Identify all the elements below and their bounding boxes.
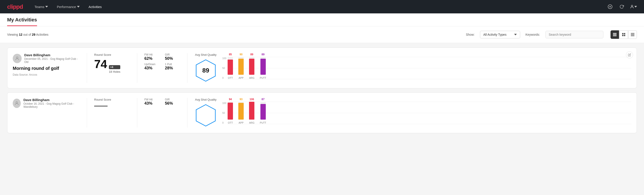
svg-point-15 xyxy=(16,57,18,58)
round-score-label: Round Score xyxy=(94,53,130,56)
svg-rect-14 xyxy=(631,36,634,36)
svg-rect-12 xyxy=(631,34,634,34)
gir-stat: GIR 56% xyxy=(165,98,180,106)
add-icon[interactable] xyxy=(606,3,614,10)
list-view-button[interactable] xyxy=(610,30,619,39)
bar-putt: 87 PUTT xyxy=(260,98,266,124)
hexagon-score: 89 xyxy=(202,67,209,74)
bar-chart: 100 50 0 94 OT xyxy=(222,102,631,124)
fw-hit-stat: FW Hit 43% xyxy=(144,98,160,106)
svg-rect-4 xyxy=(613,33,616,34)
quality-section: Avg Shot Quality 100 50 0 xyxy=(194,98,631,128)
bar-arg: 89 ARG xyxy=(249,53,254,79)
svg-rect-13 xyxy=(631,35,634,35)
user-date: December 05, 2021 - Gog Magog Golf Club … xyxy=(24,57,80,64)
activity-title: Morning round of golf xyxy=(13,66,80,71)
user-name: Dave Billingham xyxy=(24,53,80,57)
divider xyxy=(137,53,137,83)
round-score-section: Round Score 74 +4 18 Holes xyxy=(94,53,130,83)
bar-chart: 100 50 0 85 xyxy=(222,57,631,79)
score-holes: 18 Holes xyxy=(109,70,120,74)
updown-stat: Up/Down 43% xyxy=(144,63,160,70)
gir-stat: GIR 50% xyxy=(165,53,180,61)
divider xyxy=(137,98,137,128)
page-header: My Activities xyxy=(0,14,644,26)
navbar: clippd Teams Performance Activities xyxy=(0,0,644,14)
stats-section: FW Hit 62% GIR 50% Up/Down 43% 1 Putt 28… xyxy=(144,53,180,83)
nav-performance[interactable]: Performance xyxy=(56,3,80,10)
activity-card: Dave Billingham October 16, 2021 - Gog M… xyxy=(7,92,637,133)
svg-rect-10 xyxy=(624,35,625,36)
page-title: My Activities xyxy=(7,17,37,26)
svg-marker-18 xyxy=(196,105,215,126)
svg-rect-9 xyxy=(622,35,624,36)
bar-putt: 89 PUTT xyxy=(260,53,266,79)
user-avatar-icon[interactable] xyxy=(630,3,637,10)
round-score-section: Round Score xyxy=(94,98,130,128)
card-info: Dave Billingham December 05, 2021 - Gog … xyxy=(13,53,80,83)
svg-rect-7 xyxy=(622,33,624,34)
nav-teams[interactable]: Teams xyxy=(34,3,49,10)
user-date: October 16, 2021 - Gog Magog Golf Club -… xyxy=(24,102,80,108)
keywords-label: Keywords: xyxy=(526,33,540,36)
round-score-label: Round Score xyxy=(94,98,130,101)
svg-point-3 xyxy=(631,5,633,7)
fw-hit-stat: FW Hit 62% xyxy=(144,53,160,61)
view-toggle xyxy=(610,30,637,39)
nav-activities[interactable]: Activities xyxy=(88,3,103,10)
score-main: 74 +4 18 Holes xyxy=(94,58,130,74)
avg-shot-label: Avg Shot Quality xyxy=(195,98,217,101)
data-source: Data Source: Arccos xyxy=(13,73,80,76)
compact-view-button[interactable] xyxy=(628,30,637,39)
viewing-count: 12 xyxy=(19,33,22,36)
grid-view-button[interactable] xyxy=(620,30,628,39)
card-user: Dave Billingham December 05, 2021 - Gog … xyxy=(13,53,80,64)
avatar xyxy=(13,54,22,63)
user-name: Dave Billingham xyxy=(24,98,80,102)
quality-section: Avg Shot Quality 89 100 50 0 xyxy=(194,53,631,83)
viewing-total: 29 xyxy=(32,33,36,36)
stats-section: FW Hit 43% GIR 56% xyxy=(144,98,180,128)
bar-ott: 85 OTT xyxy=(228,53,233,79)
divider xyxy=(87,98,87,128)
divider xyxy=(187,53,188,83)
activity-type-filter[interactable]: All Activity Types xyxy=(480,31,520,38)
svg-rect-8 xyxy=(624,33,625,34)
hexagon xyxy=(194,103,217,128)
avatar xyxy=(13,98,21,108)
logo: clippd xyxy=(7,3,23,10)
activity-card: Dave Billingham December 05, 2021 - Gog … xyxy=(7,48,637,88)
divider xyxy=(87,53,87,83)
svg-rect-5 xyxy=(613,34,616,35)
card-info: Dave Billingham October 16, 2021 - Gog M… xyxy=(13,98,80,128)
show-label: Show: xyxy=(466,33,475,36)
search-input[interactable] xyxy=(545,31,604,38)
svg-rect-6 xyxy=(613,36,616,36)
avg-shot-label: Avg Shot Quality xyxy=(195,53,217,56)
bar-app: 90 APP xyxy=(238,53,244,79)
bar-arg: 106 ARG xyxy=(249,98,254,124)
score-badge: +4 xyxy=(109,65,120,69)
score-placeholder xyxy=(94,106,108,106)
search-wrap xyxy=(545,31,604,38)
activities-list: Dave Billingham December 05, 2021 - Gog … xyxy=(0,43,644,142)
card-user: Dave Billingham October 16, 2021 - Gog M… xyxy=(13,98,80,108)
svg-point-17 xyxy=(16,102,18,103)
score-number: 74 xyxy=(94,58,107,70)
viewing-text: Viewing 12 out of 29 Activities xyxy=(7,33,460,36)
nav-icons xyxy=(606,3,637,10)
toolbar: Viewing 12 out of 29 Activities Show: Al… xyxy=(0,26,644,43)
bar-ott: 94 OTT xyxy=(228,98,233,124)
svg-rect-11 xyxy=(631,33,634,34)
one-putt-stat: 1 Putt 28% xyxy=(165,63,180,70)
hexagon: 89 xyxy=(194,58,217,83)
bar-app: 93 APP xyxy=(238,98,244,124)
divider xyxy=(187,98,188,128)
refresh-icon[interactable] xyxy=(618,3,625,10)
